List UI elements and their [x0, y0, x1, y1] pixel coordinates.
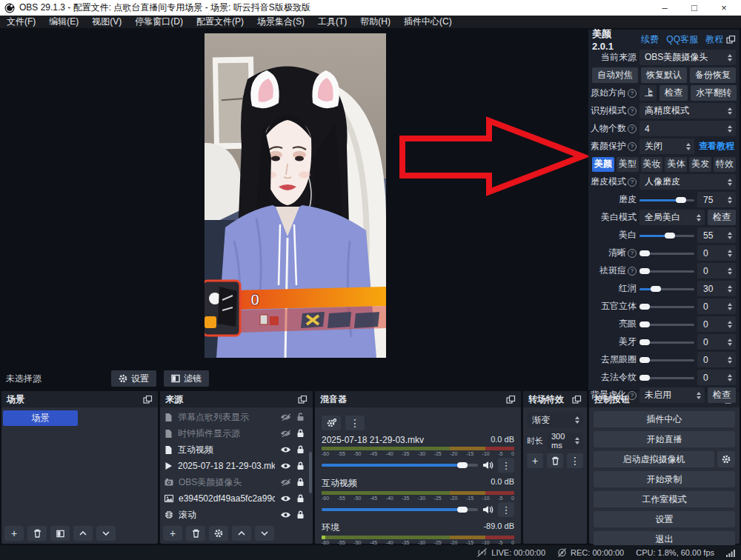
- help-icon[interactable]: ?: [628, 124, 637, 133]
- help-icon[interactable]: ?: [628, 391, 637, 400]
- menu-item[interactable]: 插件中心(C): [397, 16, 459, 28]
- duration-spinbox[interactable]: 300 ms: [547, 433, 583, 449]
- check-button[interactable]: 检查: [708, 387, 736, 403]
- beauty-tab[interactable]: 美体: [665, 157, 687, 172]
- move-scene-up-button[interactable]: [73, 526, 93, 541]
- control-button[interactable]: 开始录制: [594, 471, 735, 487]
- minimize-button[interactable]: –: [652, 1, 677, 15]
- source-list-item[interactable]: e394502df49aa5fc2a99cd2e7c: [160, 490, 309, 507]
- remove-transition-button[interactable]: [547, 453, 563, 468]
- beauty-slider[interactable]: [639, 195, 694, 205]
- volume-slider[interactable]: [322, 504, 478, 515]
- slider-value-spinbox[interactable]: 0: [697, 316, 736, 332]
- slider-value-spinbox[interactable]: 0: [697, 370, 736, 385]
- beauty-slider[interactable]: [639, 373, 694, 383]
- beauty-action-button[interactable]: 备份恢复: [690, 67, 736, 83]
- popout-icon[interactable]: [298, 396, 308, 404]
- menu-item[interactable]: 文件(F): [0, 16, 42, 28]
- source-settings-button[interactable]: 设置: [111, 370, 156, 387]
- transition-menu-button[interactable]: ⋮: [567, 453, 583, 468]
- view-tutorial-link[interactable]: 查看教程: [697, 140, 736, 153]
- slider-value-spinbox[interactable]: 0: [697, 245, 736, 261]
- menu-item[interactable]: 帮助(H): [353, 16, 397, 28]
- remove-scene-button[interactable]: [27, 526, 47, 541]
- popout-icon[interactable]: [143, 396, 153, 404]
- volume-slider[interactable]: [322, 460, 478, 470]
- remove-source-button[interactable]: [186, 526, 205, 541]
- move-source-down-button[interactable]: [255, 526, 274, 541]
- mixer-menu-button[interactable]: ⋮: [345, 416, 365, 430]
- menu-item[interactable]: 编辑(E): [42, 16, 85, 28]
- lock-icon[interactable]: [296, 445, 305, 454]
- renew-link[interactable]: 续费: [641, 33, 659, 46]
- preview-video[interactable]: 0: [205, 33, 386, 358]
- slider-value-spinbox[interactable]: 0: [697, 263, 736, 279]
- beauty-tab[interactable]: 美型: [617, 157, 639, 172]
- eye-icon[interactable]: [280, 446, 291, 453]
- beauty-dropdown[interactable]: 未启用: [639, 387, 705, 403]
- beauty-slider[interactable]: [639, 266, 694, 276]
- add-source-button[interactable]: +: [163, 526, 182, 541]
- source-filters-button[interactable]: 滤镜: [164, 370, 209, 387]
- source-properties-button[interactable]: [209, 526, 228, 541]
- horizontal-flip-button[interactable]: 水平翻转: [691, 85, 737, 101]
- lock-icon[interactable]: [296, 478, 305, 487]
- help-icon[interactable]: ?: [628, 107, 637, 116]
- control-button[interactable]: 插件中心: [594, 411, 735, 427]
- beauty-slider[interactable]: [639, 284, 694, 294]
- lock-icon[interactable]: [296, 429, 305, 438]
- beauty-slider[interactable]: [639, 355, 694, 365]
- move-source-up-button[interactable]: [232, 526, 251, 541]
- beauty-dropdown[interactable]: 全局美白: [639, 210, 705, 225]
- unlock-icon[interactable]: [296, 413, 305, 421]
- menu-item[interactable]: 停靠窗口(D): [128, 16, 190, 28]
- eye-icon[interactable]: [280, 511, 291, 519]
- current-source-dropdown[interactable]: OBS美颜摄像头: [639, 50, 736, 65]
- control-button[interactable]: 开始直播: [594, 431, 735, 447]
- source-list-item[interactable]: OBS美颜摄像头: [160, 474, 309, 490]
- beauty-tab[interactable]: 美颜: [592, 157, 614, 172]
- menu-item[interactable]: 场景集合(S): [250, 16, 311, 28]
- help-icon[interactable]: ?: [628, 267, 637, 276]
- slider-value-spinbox[interactable]: 55: [697, 227, 736, 243]
- slider-value-spinbox[interactable]: 0: [697, 334, 736, 350]
- source-list-item[interactable]: 滚动: [160, 507, 309, 523]
- popout-icon[interactable]: [726, 36, 736, 44]
- beauty-slider[interactable]: [639, 248, 694, 259]
- popout-icon[interactable]: [506, 396, 516, 404]
- qq-support-link[interactable]: QQ客服: [666, 33, 698, 46]
- slider-value-spinbox[interactable]: 75: [697, 192, 736, 207]
- beauty-slider[interactable]: [639, 230, 694, 241]
- advanced-audio-button[interactable]: [322, 416, 341, 430]
- close-button[interactable]: ×: [711, 1, 737, 15]
- orientation-check-button[interactable]: 检查: [659, 85, 688, 101]
- source-list-item[interactable]: 时钟插件显示源: [160, 425, 309, 441]
- detect-mode-dropdown[interactable]: 高精度模式: [639, 103, 736, 119]
- eye-slash-icon[interactable]: [280, 413, 291, 421]
- move-scene-down-button[interactable]: [96, 526, 116, 541]
- control-button[interactable]: 设置: [594, 511, 735, 527]
- eye-slash-icon[interactable]: [280, 479, 291, 486]
- source-list-item[interactable]: 弹幕点歌列表显示: [160, 409, 309, 425]
- add-transition-button[interactable]: +: [527, 453, 543, 468]
- source-list-item[interactable]: 2025-07-18 21-29-03.mkv: [160, 458, 309, 474]
- menu-item[interactable]: 视图(V): [85, 16, 128, 28]
- channel-menu-button[interactable]: ⋮: [498, 458, 514, 473]
- help-icon[interactable]: ?: [628, 178, 637, 187]
- beauty-tab[interactable]: 美妆: [641, 157, 663, 172]
- beauty-dropdown[interactable]: 人像磨皮: [639, 174, 736, 190]
- scene-filters-button[interactable]: [50, 526, 70, 541]
- menu-item[interactable]: 配置文件(P): [190, 16, 250, 28]
- beauty-slider[interactable]: [639, 319, 694, 330]
- beauty-tab[interactable]: 特效: [714, 157, 736, 172]
- lock-icon[interactable]: [296, 461, 305, 470]
- speaker-icon[interactable]: [482, 505, 494, 514]
- virtualcam-config-button[interactable]: [717, 451, 735, 467]
- control-button[interactable]: 启动虚拟摄像机: [594, 451, 714, 467]
- help-icon[interactable]: ?: [628, 249, 637, 258]
- eye-icon[interactable]: [280, 462, 291, 470]
- sources-scrollbar[interactable]: [309, 452, 312, 493]
- check-button[interactable]: 检查: [708, 210, 736, 225]
- slider-value-spinbox[interactable]: 0: [697, 299, 736, 314]
- slider-value-spinbox[interactable]: 0: [697, 352, 736, 367]
